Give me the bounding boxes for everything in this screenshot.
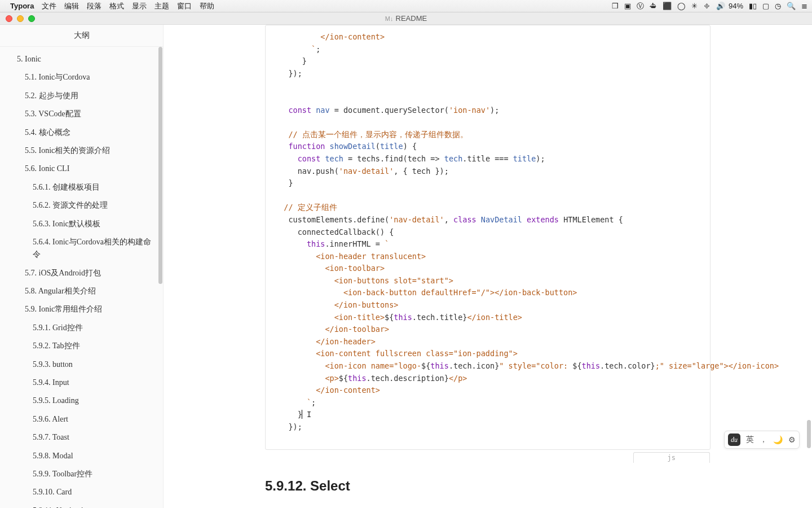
outline-item[interactable]: 5.4. 核心概念 <box>0 124 163 142</box>
app-name[interactable]: Typora <box>10 2 34 10</box>
outline-item[interactable]: 5.9.6. Alert <box>0 410 163 428</box>
ime-logo-icon: du <box>728 433 740 446</box>
menu-format[interactable]: 格式 <box>109 1 124 11</box>
outline-item[interactable]: 5.1. Ionic与Cordova <box>0 68 163 86</box>
document-title: M↓ README <box>0 14 812 23</box>
sound-icon[interactable]: 🔊 <box>716 2 725 10</box>
outline-item[interactable]: 5.6.2. 资源文件的处理 <box>0 196 163 214</box>
ime-widget[interactable]: du 英 ， <box>724 431 800 449</box>
moon-icon[interactable] <box>773 435 783 444</box>
outline-item[interactable]: 5.8. Angular相关介绍 <box>0 282 163 300</box>
menu-edit[interactable]: 编辑 <box>64 1 79 11</box>
traffic-lights <box>6 15 35 22</box>
editor-area[interactable]: </ion-content> `; } }); const nav = docu… <box>164 25 812 508</box>
control-center-icon[interactable]: ≣ <box>801 2 807 10</box>
outline-item[interactable]: 5.9.1. Grid控件 <box>0 319 163 337</box>
section-heading[interactable]: 5.9.12. Select <box>265 478 710 494</box>
spotlight-icon[interactable]: 🔍 <box>787 2 796 10</box>
window-close-button[interactable] <box>6 15 12 22</box>
editor-scrollbar-thumb[interactable] <box>807 420 811 448</box>
outline-item[interactable]: 5.9.2. Tab控件 <box>0 337 163 355</box>
menu-theme[interactable]: 主题 <box>155 1 169 11</box>
calendar-icon[interactable]: ▢ <box>762 2 769 10</box>
screen-rec-icon[interactable]: ▣ <box>624 2 631 10</box>
outline-item[interactable]: 5.6.4. Ionic与Cordova相关的构建命令 <box>0 233 163 264</box>
markdown-file-icon: M↓ <box>385 15 394 22</box>
outline-sidebar: 大纲 5. Ionic5.1. Ionic与Cordova5.2. 起步与使用5… <box>0 25 164 508</box>
outline-item[interactable]: 5.7. iOS及Android打包 <box>0 264 163 282</box>
menu-window[interactable]: 窗口 <box>177 1 192 11</box>
window-maximize-button[interactable] <box>28 15 35 22</box>
macos-menubar: Typora 文件 编辑 段落 格式 显示 主题 窗口 帮助 ❒ ▣ Ⓥ ⛴ ⬛… <box>0 0 812 12</box>
hat-icon[interactable]: ⬛ <box>663 2 672 10</box>
sidebar-scrollbar-thumb[interactable] <box>158 47 162 284</box>
outline-item[interactable]: 5.5. Ionic相关的资源介绍 <box>0 142 163 160</box>
circle-icon[interactable]: ◯ <box>677 2 686 10</box>
window-titlebar: M↓ README <box>0 12 812 25</box>
menu-help[interactable]: 帮助 <box>200 1 214 11</box>
asterisk-icon[interactable]: ✳ <box>691 2 698 10</box>
outline-item[interactable]: 5.3. VSCode配置 <box>0 105 163 123</box>
menu-paragraph[interactable]: 段落 <box>87 1 102 11</box>
docker-icon[interactable]: ⛴ <box>650 2 657 10</box>
window-minimize-button[interactable] <box>17 15 24 22</box>
outline-list[interactable]: 5. Ionic5.1. Ionic与Cordova5.2. 起步与使用5.3.… <box>0 47 163 508</box>
battery-percent: 94% <box>729 2 743 10</box>
outline-item[interactable]: 5.9.3. button <box>0 356 163 374</box>
wifi-icon[interactable]: ᯽ <box>703 2 710 10</box>
outline-item[interactable]: 5.9.9. Toolbar控件 <box>0 465 163 483</box>
book-icon[interactable]: ❒ <box>612 2 619 10</box>
menu-view[interactable]: 显示 <box>132 1 147 11</box>
vpn-icon[interactable]: Ⓥ <box>637 1 644 11</box>
outline-item[interactable]: 5.9.7. Toast <box>0 428 163 446</box>
outline-item[interactable]: 5.2. 起步与使用 <box>0 87 163 105</box>
text-cursor <box>302 410 302 419</box>
outline-item[interactable]: 5.9.5. Loading <box>0 392 163 410</box>
battery-icon[interactable]: ▮▯ <box>749 2 757 10</box>
code-block[interactable]: </ion-content> `; } }); const nav = docu… <box>265 25 710 450</box>
ime-punct-toggle[interactable]: ， <box>760 435 767 445</box>
clock-icon[interactable]: ◷ <box>775 2 781 10</box>
outline-item[interactable]: 5.9. Ionic常用组件介绍 <box>0 300 163 318</box>
code-language-label[interactable]: js <box>633 452 710 463</box>
outline-item[interactable]: 5.9.10. Card <box>0 483 163 501</box>
outline-item[interactable]: 5.6. Ionic CLI <box>0 160 163 178</box>
outline-header: 大纲 <box>0 25 163 47</box>
ime-lang-toggle[interactable]: 英 <box>746 435 754 445</box>
outline-item[interactable]: 5.9.4. Input <box>0 374 163 392</box>
outline-item[interactable]: 5. Ionic <box>0 50 163 68</box>
outline-item[interactable]: 5.9.11. Navigation <box>0 502 163 508</box>
gear-icon[interactable] <box>788 435 796 444</box>
outline-item[interactable]: 5.6.3. Ionic默认模板 <box>0 215 163 233</box>
menu-file[interactable]: 文件 <box>42 1 56 11</box>
outline-item[interactable]: 5.9.8. Modal <box>0 447 163 465</box>
outline-item[interactable]: 5.6.1. 创建模板项目 <box>0 178 163 196</box>
